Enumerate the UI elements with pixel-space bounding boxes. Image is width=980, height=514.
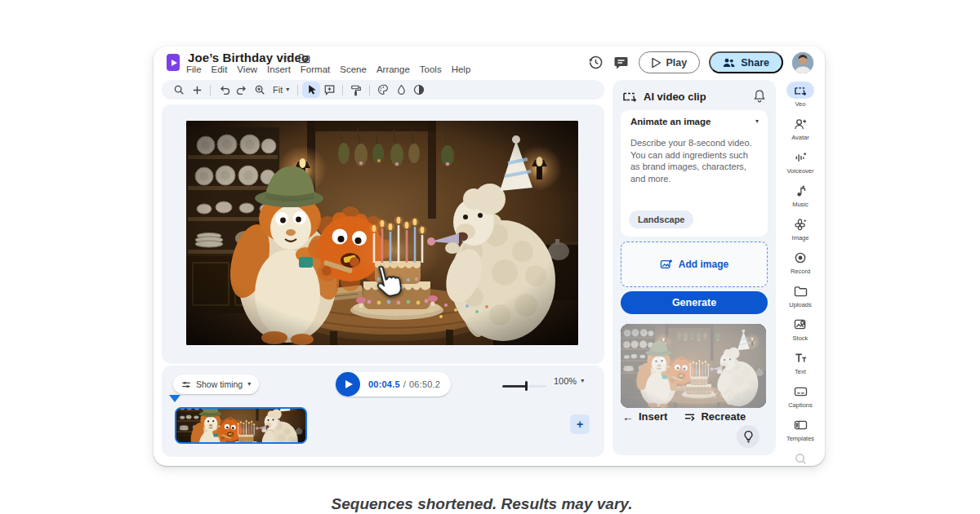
- show-timing-select[interactable]: Show timing ▾: [173, 374, 259, 394]
- rail-item-clipped[interactable]: [779, 450, 822, 466]
- app-window: Joe’s Birthday video ☆ File Edit View In…: [154, 47, 825, 466]
- menubar: File Edit View Insert Format Scene Arran…: [186, 64, 470, 74]
- select-tool-icon[interactable]: [302, 82, 320, 98]
- veo-icon: [786, 82, 814, 99]
- insert-button[interactable]: ← Insert: [622, 410, 667, 423]
- menu-scene[interactable]: Scene: [340, 64, 367, 74]
- chevron-down-icon: ▾: [581, 378, 584, 384]
- rail-item-veo[interactable]: Veo: [779, 82, 822, 115]
- paint-roller-icon[interactable]: [347, 82, 365, 98]
- result-actions: ← Insert Recreate: [622, 410, 746, 423]
- lightbulb-icon: [743, 430, 754, 443]
- comments-icon[interactable]: [613, 55, 630, 71]
- redo-icon[interactable]: [233, 82, 251, 98]
- chevron-down-icon: ▾: [286, 86, 289, 93]
- timeline-play-button[interactable]: [336, 372, 360, 397]
- rail-item-voiceover[interactable]: Voiceover: [779, 148, 822, 182]
- clipped-rail-icon: [786, 450, 814, 466]
- undo-icon[interactable]: [215, 82, 233, 98]
- text-icon: [786, 349, 814, 366]
- play-icon: [652, 58, 661, 68]
- image-icon: [786, 215, 814, 233]
- tips-button[interactable]: [737, 425, 760, 448]
- rail-item-avatar[interactable]: Avatar: [779, 115, 822, 148]
- timeline-zoom-select[interactable]: 100%▾: [554, 376, 584, 386]
- toolbar-divider: [369, 85, 370, 95]
- music-icon: [786, 182, 814, 199]
- menu-edit[interactable]: Edit: [212, 64, 228, 74]
- preview-loading-overlay: [621, 324, 766, 408]
- playhead-marker[interactable]: [169, 395, 180, 402]
- toolbar-divider: [342, 85, 343, 95]
- insert-rail: Veo Avatar Voiceover: [779, 82, 822, 466]
- menu-view[interactable]: View: [237, 64, 257, 74]
- chevron-down-icon: ▾: [247, 381, 251, 388]
- avatar-icon: [786, 115, 814, 132]
- editor-canvas: [162, 104, 604, 364]
- user-avatar[interactable]: [792, 52, 813, 73]
- recreate-button[interactable]: Recreate: [684, 410, 746, 423]
- menu-arrange[interactable]: Arrange: [376, 64, 410, 74]
- generate-button[interactable]: Generate: [621, 291, 768, 314]
- menu-format[interactable]: Format: [301, 64, 330, 74]
- toolbar: Fit▾: [162, 80, 604, 100]
- share-button[interactable]: Share: [709, 51, 783, 73]
- notifications-bell-icon[interactable]: [754, 89, 765, 103]
- palette-icon[interactable]: [374, 82, 392, 98]
- rail-item-text[interactable]: Text: [779, 349, 822, 383]
- panel-title: AI video clip: [644, 91, 706, 103]
- add-image-button[interactable]: Add image: [621, 241, 768, 287]
- search-icon[interactable]: [170, 82, 188, 98]
- orientation-chip[interactable]: Landscape: [629, 210, 693, 228]
- vids-logo-icon[interactable]: [167, 54, 180, 71]
- page: Joe’s Birthday video ☆ File Edit View In…: [0, 0, 980, 514]
- contrast-icon[interactable]: [410, 82, 428, 98]
- menu-insert[interactable]: Insert: [267, 64, 291, 74]
- rail-item-captions[interactable]: Captions: [779, 383, 822, 416]
- uploads-icon: [786, 282, 814, 299]
- timeline-strip: Show timing ▾ 00:04.5 / 06:50.2 100%▾: [162, 366, 604, 457]
- prompt-card: Animate an image ▾ Describe your 8-secon…: [621, 110, 768, 237]
- insert-arrow-icon: ←: [622, 411, 634, 423]
- menu-tools[interactable]: Tools: [420, 64, 442, 74]
- ai-clip-icon: [622, 90, 638, 103]
- add-comment-icon[interactable]: [320, 82, 338, 98]
- voiceover-icon: [786, 148, 814, 166]
- ai-video-panel: AI video clip Animate an image ▾ Describ…: [612, 80, 776, 455]
- people-icon: [723, 58, 735, 68]
- top-actions: Play Share: [588, 50, 813, 75]
- disclaimer-text: Sequences shortened. Results may vary.: [0, 495, 972, 513]
- transport-bar: 00:04.5 / 06:50.2: [336, 372, 451, 397]
- mode-select[interactable]: Animate an image ▾: [621, 110, 768, 130]
- version-history-icon[interactable]: [588, 55, 604, 71]
- droplet-icon[interactable]: [392, 82, 410, 98]
- move-folder-icon[interactable]: [298, 53, 310, 64]
- video-frame[interactable]: [186, 121, 578, 345]
- rail-item-record[interactable]: Record: [779, 249, 822, 282]
- toolbar-divider: [297, 85, 298, 95]
- generated-preview[interactable]: [621, 324, 766, 408]
- rail-item-templates[interactable]: Templates: [779, 416, 822, 450]
- stock-icon: [786, 316, 814, 333]
- rail-item-image[interactable]: Image: [779, 215, 822, 249]
- play-button[interactable]: Play: [639, 51, 701, 73]
- toolbar-divider: [210, 85, 211, 95]
- rail-item-uploads[interactable]: Uploads: [779, 282, 822, 316]
- menu-help[interactable]: Help: [452, 64, 471, 74]
- rail-item-stock[interactable]: Stock: [779, 316, 822, 349]
- add-icon[interactable]: [188, 82, 206, 98]
- recreate-icon: [684, 412, 696, 422]
- chevron-down-icon: ▾: [755, 118, 759, 125]
- timeline-zoom-slider[interactable]: [502, 381, 546, 391]
- scene-thumbnail[interactable]: [175, 407, 307, 444]
- menu-file[interactable]: File: [186, 64, 202, 74]
- add-scene-button[interactable]: +: [570, 414, 590, 434]
- zoom-in-icon[interactable]: [251, 82, 269, 98]
- prompt-input[interactable]: Describe your 8-second video. You can ad…: [621, 130, 768, 185]
- fit-zoom-select[interactable]: Fit▾: [269, 85, 293, 95]
- star-icon[interactable]: ☆: [282, 53, 292, 65]
- record-icon: [786, 249, 814, 266]
- timing-icon: [181, 380, 191, 389]
- timecode: 00:04.5 / 06:50.2: [368, 379, 440, 389]
- rail-item-music[interactable]: Music: [779, 182, 822, 215]
